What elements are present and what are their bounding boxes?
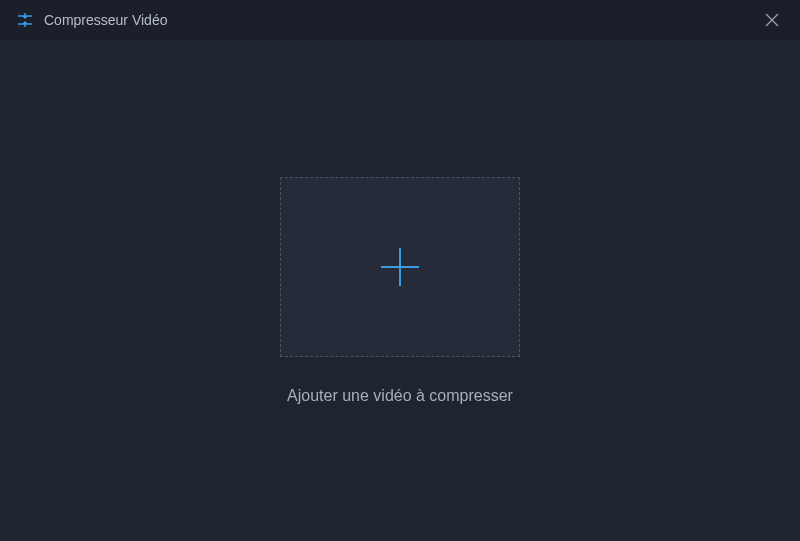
app-title: Compresseur Vidéo xyxy=(44,12,167,28)
main-content: Ajouter une vidéo à compresser xyxy=(0,40,800,541)
add-video-dropzone[interactable] xyxy=(280,177,520,357)
compress-icon xyxy=(16,11,34,29)
title-left: Compresseur Vidéo xyxy=(16,11,167,29)
close-button[interactable] xyxy=(760,8,784,32)
close-icon xyxy=(764,12,780,28)
svg-marker-5 xyxy=(22,21,28,24)
title-bar: Compresseur Vidéo xyxy=(0,0,800,40)
svg-marker-2 xyxy=(22,16,28,19)
instruction-text: Ajouter une vidéo à compresser xyxy=(287,387,513,405)
plus-icon xyxy=(375,242,425,292)
